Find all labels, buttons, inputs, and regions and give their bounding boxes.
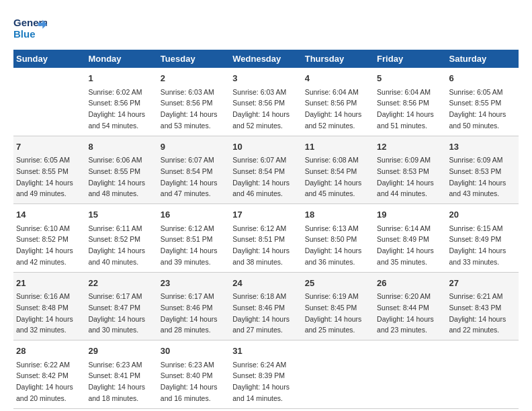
cell-details: Sunrise: 6:11 AMSunset: 8:52 PMDaylight:…: [88, 224, 145, 266]
day-number: 22: [88, 277, 154, 290]
cell-details: Sunrise: 6:21 AMSunset: 8:43 PMDaylight:…: [449, 292, 506, 334]
cell-details: Sunrise: 6:20 AMSunset: 8:44 PMDaylight:…: [377, 292, 434, 334]
week-row-2: 7Sunrise: 6:05 AMSunset: 8:55 PMDaylight…: [13, 136, 519, 204]
cell-details: Sunrise: 6:22 AMSunset: 8:42 PMDaylight:…: [16, 361, 73, 402]
day-number: 21: [16, 277, 83, 290]
calendar-cell: [302, 340, 374, 409]
calendar-cell: 30Sunrise: 6:23 AMSunset: 8:40 PMDayligh…: [158, 340, 230, 409]
cell-details: Sunrise: 6:06 AMSunset: 8:55 PMDaylight:…: [88, 156, 145, 197]
logo-icon: General Blue: [13, 13, 47, 43]
calendar-header-row: SundayMondayTuesdayWednesdayThursdayFrid…: [13, 50, 519, 68]
day-number: 17: [232, 208, 299, 222]
cell-details: Sunrise: 6:24 AMSunset: 8:39 PMDaylight:…: [232, 361, 290, 402]
calendar-cell: 12Sunrise: 6:09 AMSunset: 8:53 PMDayligh…: [374, 136, 446, 204]
calendar-cell: 22Sunrise: 6:17 AMSunset: 8:47 PMDayligh…: [85, 272, 157, 340]
calendar-cell: 27Sunrise: 6:21 AMSunset: 8:43 PMDayligh…: [447, 272, 519, 340]
column-header-friday: Friday: [374, 50, 446, 68]
day-number: 15: [88, 208, 154, 222]
cell-details: Sunrise: 6:15 AMSunset: 8:49 PMDaylight:…: [449, 224, 506, 266]
cell-details: Sunrise: 6:12 AMSunset: 8:51 PMDaylight:…: [232, 224, 290, 266]
svg-text:Blue: Blue: [13, 28, 36, 40]
calendar-cell: 19Sunrise: 6:14 AMSunset: 8:49 PMDayligh…: [374, 204, 446, 273]
calendar-cell: 1Sunrise: 6:02 AMSunset: 8:56 PMDaylight…: [85, 68, 157, 136]
day-number: 11: [305, 140, 371, 154]
day-number: 8: [88, 140, 154, 154]
cell-details: Sunrise: 6:09 AMSunset: 8:53 PMDaylight:…: [449, 156, 506, 197]
calendar-cell: 11Sunrise: 6:08 AMSunset: 8:54 PMDayligh…: [302, 136, 374, 204]
calendar-cell: 14Sunrise: 6:10 AMSunset: 8:52 PMDayligh…: [13, 204, 85, 273]
day-number: 23: [161, 277, 227, 290]
day-number: 30: [161, 345, 227, 358]
day-number: 9: [161, 140, 227, 154]
calendar-cell: 16Sunrise: 6:12 AMSunset: 8:51 PMDayligh…: [158, 204, 230, 273]
cell-details: Sunrise: 6:19 AMSunset: 8:45 PMDaylight:…: [305, 292, 362, 334]
calendar-cell: 2Sunrise: 6:03 AMSunset: 8:56 PMDaylight…: [158, 68, 230, 136]
cell-details: Sunrise: 6:17 AMSunset: 8:47 PMDaylight:…: [88, 292, 145, 334]
calendar-cell: 10Sunrise: 6:07 AMSunset: 8:54 PMDayligh…: [230, 136, 302, 204]
logo: General Blue: [13, 13, 47, 43]
day-number: 29: [88, 345, 154, 358]
day-number: 28: [16, 345, 83, 358]
calendar-cell: 31Sunrise: 6:24 AMSunset: 8:39 PMDayligh…: [230, 340, 302, 409]
column-header-sunday: Sunday: [13, 50, 85, 68]
day-number: 26: [377, 277, 443, 290]
calendar-cell: 15Sunrise: 6:11 AMSunset: 8:52 PMDayligh…: [85, 204, 157, 273]
day-number: 19: [377, 208, 443, 222]
calendar-cell: 8Sunrise: 6:06 AMSunset: 8:55 PMDaylight…: [85, 136, 157, 204]
cell-details: Sunrise: 6:04 AMSunset: 8:56 PMDaylight:…: [305, 88, 362, 130]
calendar-cell: 23Sunrise: 6:17 AMSunset: 8:46 PMDayligh…: [158, 272, 230, 340]
cell-details: Sunrise: 6:12 AMSunset: 8:51 PMDaylight:…: [161, 224, 218, 266]
cell-details: Sunrise: 6:13 AMSunset: 8:50 PMDaylight:…: [305, 224, 362, 266]
day-number: 6: [449, 72, 516, 85]
calendar-cell: 7Sunrise: 6:05 AMSunset: 8:55 PMDaylight…: [13, 136, 85, 204]
calendar-cell: [447, 340, 519, 409]
cell-details: Sunrise: 6:02 AMSunset: 8:56 PMDaylight:…: [88, 88, 145, 130]
calendar-cell: 17Sunrise: 6:12 AMSunset: 8:51 PMDayligh…: [230, 204, 302, 273]
cell-details: Sunrise: 6:08 AMSunset: 8:54 PMDaylight:…: [305, 156, 362, 197]
week-row-4: 21Sunrise: 6:16 AMSunset: 8:48 PMDayligh…: [13, 272, 519, 340]
cell-details: Sunrise: 6:18 AMSunset: 8:46 PMDaylight:…: [232, 292, 290, 334]
cell-details: Sunrise: 6:07 AMSunset: 8:54 PMDaylight:…: [161, 156, 218, 197]
cell-details: Sunrise: 6:17 AMSunset: 8:46 PMDaylight:…: [161, 292, 218, 334]
cell-details: Sunrise: 6:05 AMSunset: 8:55 PMDaylight:…: [16, 156, 73, 197]
column-header-wednesday: Wednesday: [230, 50, 302, 68]
calendar-cell: 5Sunrise: 6:04 AMSunset: 8:56 PMDaylight…: [374, 68, 446, 136]
cell-details: Sunrise: 6:03 AMSunset: 8:56 PMDaylight:…: [232, 88, 290, 130]
day-number: 12: [377, 140, 443, 154]
calendar-cell: 26Sunrise: 6:20 AMSunset: 8:44 PMDayligh…: [374, 272, 446, 340]
day-number: 20: [449, 208, 516, 222]
day-number: 13: [449, 140, 516, 154]
day-number: 14: [16, 208, 83, 222]
column-header-saturday: Saturday: [447, 50, 519, 68]
day-number: 2: [161, 72, 227, 85]
day-number: 7: [16, 140, 83, 154]
calendar-cell: 25Sunrise: 6:19 AMSunset: 8:45 PMDayligh…: [302, 272, 374, 340]
cell-details: Sunrise: 6:03 AMSunset: 8:56 PMDaylight:…: [161, 88, 218, 130]
cell-details: Sunrise: 6:07 AMSunset: 8:54 PMDaylight:…: [232, 156, 290, 197]
calendar-cell: [374, 340, 446, 409]
cell-details: Sunrise: 6:04 AMSunset: 8:56 PMDaylight:…: [377, 88, 434, 130]
cell-details: Sunrise: 6:14 AMSunset: 8:49 PMDaylight:…: [377, 224, 434, 266]
calendar-cell: 28Sunrise: 6:22 AMSunset: 8:42 PMDayligh…: [13, 340, 85, 409]
day-number: 4: [305, 72, 371, 85]
calendar-cell: 9Sunrise: 6:07 AMSunset: 8:54 PMDaylight…: [158, 136, 230, 204]
day-number: 31: [232, 345, 299, 358]
calendar-cell: 13Sunrise: 6:09 AMSunset: 8:53 PMDayligh…: [447, 136, 519, 204]
day-number: 27: [449, 277, 516, 290]
cell-details: Sunrise: 6:23 AMSunset: 8:41 PMDaylight:…: [88, 361, 145, 402]
day-number: 18: [305, 208, 371, 222]
cell-details: Sunrise: 6:05 AMSunset: 8:55 PMDaylight:…: [449, 88, 506, 130]
day-number: 1: [88, 72, 154, 85]
calendar-cell: 29Sunrise: 6:23 AMSunset: 8:41 PMDayligh…: [85, 340, 157, 409]
week-row-5: 28Sunrise: 6:22 AMSunset: 8:42 PMDayligh…: [13, 340, 519, 409]
column-header-thursday: Thursday: [302, 50, 374, 68]
cell-details: Sunrise: 6:23 AMSunset: 8:40 PMDaylight:…: [161, 361, 218, 402]
week-row-1: 1Sunrise: 6:02 AMSunset: 8:56 PMDaylight…: [13, 68, 519, 136]
day-number: 16: [161, 208, 227, 222]
calendar-cell: 20Sunrise: 6:15 AMSunset: 8:49 PMDayligh…: [447, 204, 519, 273]
day-number: 10: [232, 140, 299, 154]
day-number: 24: [232, 277, 299, 290]
calendar-cell: 3Sunrise: 6:03 AMSunset: 8:56 PMDaylight…: [230, 68, 302, 136]
day-number: 25: [305, 277, 371, 290]
cell-details: Sunrise: 6:16 AMSunset: 8:48 PMDaylight:…: [16, 292, 73, 334]
